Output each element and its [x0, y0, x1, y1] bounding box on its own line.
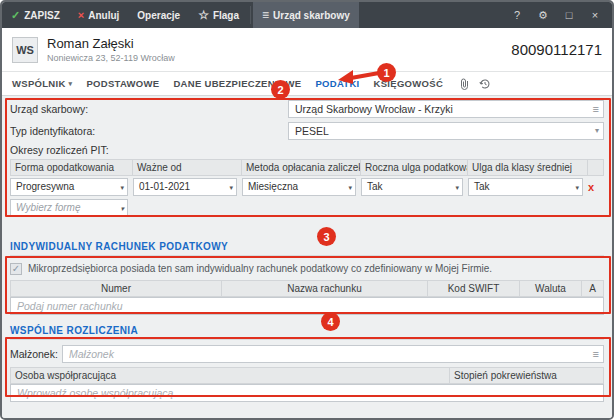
tab-podatki[interactable]: PODATKI	[315, 78, 359, 89]
id-type-select[interactable]: PESEL ▾	[288, 122, 604, 140]
pit-col-ulga-klasy: Ulga dla klasy średniej	[468, 159, 588, 176]
chevron-down-icon: ▾	[348, 180, 352, 196]
tax-office-field[interactable]: Urząd Skarbowy Wrocław - Krzyki ≡	[288, 100, 604, 118]
star-icon: ☆	[198, 9, 209, 21]
pit-header-filler	[588, 159, 604, 176]
spouse-field[interactable]: ≡	[62, 345, 604, 363]
operations-label: Operacje	[137, 10, 180, 21]
advance-method-select[interactable]: Miesięczna ▾	[242, 178, 356, 196]
middle-class-relief-select[interactable]: Tak ▾	[468, 178, 583, 196]
pit-table-header: Forma opodatkowania Ważne od Metoda opła…	[10, 159, 604, 176]
checkmark-icon: ✓	[12, 263, 20, 274]
pit-table-row: Progresywna ▾ 01-01-2021 ▾ Miesięczna ▾ …	[10, 178, 604, 196]
help-icon: ?	[514, 9, 520, 21]
podatki-panel: Urząd skarbowy: Urząd Skarbowy Wrocław -…	[2, 96, 612, 418]
micro-account-checkbox[interactable]: ✓	[10, 263, 22, 275]
flag-button[interactable]: ☆ Flaga	[189, 2, 248, 28]
joint-section-title: WSPÓLNE ROZLICZENIA	[10, 325, 604, 336]
operations-button[interactable]: Operacje	[128, 2, 189, 28]
taxation-form-select[interactable]: Progresywna ▾	[10, 178, 128, 196]
settings-button[interactable]: ⚙	[530, 2, 556, 28]
window-controls: ? ⚙ □ ×	[504, 2, 612, 28]
new-taxation-form-placeholder: Wybierz formę	[16, 202, 80, 213]
close-button[interactable]: ×	[582, 2, 608, 28]
person-header: WS Roman Załęski Noniewicza 23, 52-119 W…	[2, 28, 612, 72]
id-type-label: Typ identyfikatora:	[10, 122, 288, 140]
pit-col-forma: Forma opodatkowania	[10, 159, 133, 176]
account-section-title: INDYWIDUALNY RACHUNEK PODATKOWY	[10, 241, 604, 252]
middle-class-relief-value: Tak	[474, 181, 490, 192]
delete-row-button[interactable]: x	[588, 181, 594, 193]
tax-office-value: Urząd Skarbowy Wrocław - Krzyki	[295, 103, 453, 115]
titlebar: ✓ ZAPISZ × Anuluj Operacje ☆ Flaga ≡ Urz…	[2, 2, 612, 28]
person-identity: Roman Załęski Noniewicza 23, 52-119 Wroc…	[47, 36, 175, 63]
micro-account-checkbox-label: Mikroprzedsiębiorca posiada ten sam indy…	[28, 263, 492, 274]
tab-ksiegowosc-label: KSIĘGOWOŚĆ	[374, 78, 444, 89]
tab-bar: WSPÓLNIK ▾ PODSTAWOWE DANE UBEZPIECZENIO…	[2, 72, 612, 96]
close-icon: ×	[592, 9, 598, 21]
cancel-x-icon: ×	[78, 10, 84, 21]
spouse-input[interactable]	[63, 346, 603, 362]
spouse-row: Małżonek: ≡	[10, 345, 604, 363]
chevron-down-icon: ▾	[595, 123, 599, 139]
chevron-down-icon: ▾	[229, 180, 233, 196]
chevron-down-icon: ▾	[69, 80, 73, 88]
tab-podstawowe-label: PODSTAWOWE	[86, 78, 159, 89]
section-divider	[10, 339, 604, 340]
pit-col-wazne-od: Ważne od	[133, 159, 242, 176]
cancel-button[interactable]: × Anuluj	[69, 2, 129, 28]
chevron-down-icon: ▾	[120, 180, 124, 196]
account-col-waluta: Waluta	[520, 280, 582, 297]
tab-ksiegowosc[interactable]: KSIĘGOWOŚĆ	[374, 78, 444, 89]
list-picker-icon[interactable]: ≡	[593, 346, 599, 362]
paperclip-icon[interactable]	[459, 78, 470, 90]
toolbar: ✓ ZAPISZ × Anuluj Operacje ☆ Flaga ≡ Urz…	[2, 2, 359, 28]
account-col-nazwa: Nazwa rachunku	[222, 280, 428, 297]
avatar: WS	[12, 37, 38, 63]
advance-method-value: Miesięczna	[248, 181, 298, 192]
account-col-swift: Kod SWIFT	[428, 280, 520, 297]
spouse-label: Małżonek:	[10, 345, 62, 363]
tax-office-label: Urząd skarbowy:	[10, 100, 288, 118]
toolbar-separator	[250, 6, 251, 24]
history-icon[interactable]	[479, 78, 491, 90]
valid-from-value: 01-01-2021	[139, 181, 190, 192]
tax-office-toolbar-button[interactable]: ≡ Urząd skarbowy	[253, 2, 359, 28]
tab-dane-label: DANE UBEZPIECZENIOWE	[173, 78, 301, 89]
pit-col-roczna-ulga: Roczna ulga podatkowa	[361, 159, 468, 176]
tab-podstawowe[interactable]: PODSTAWOWE	[86, 78, 159, 89]
tab-wspolnik-label: WSPÓLNIK	[12, 78, 66, 89]
menu-icon: ≡	[262, 9, 269, 21]
pit-col-metoda: Metoda opłacania zaliczek	[242, 159, 361, 176]
tab-wspolnik[interactable]: WSPÓLNIK ▾	[12, 78, 72, 89]
person-address: Noniewicza 23, 52-119 Wrocław	[47, 53, 175, 63]
cancel-label: Anuluj	[88, 10, 119, 21]
tax-office-toolbar-label: Urząd skarbowy	[273, 10, 350, 21]
list-picker-icon[interactable]: ≡	[593, 101, 599, 117]
tab-dane-ubezpieczeniowe[interactable]: DANE UBEZPIECZENIOWE	[173, 78, 301, 89]
pit-periods-label: Okresy rozliczeń PIT:	[10, 144, 604, 157]
check-icon: ✓	[11, 10, 20, 21]
flag-label: Flaga	[213, 10, 239, 21]
help-button[interactable]: ?	[504, 2, 530, 28]
account-number-input[interactable]	[10, 297, 604, 315]
tab-podatki-label: PODATKI	[315, 78, 359, 89]
valid-from-select[interactable]: 01-01-2021 ▾	[133, 178, 237, 196]
coop-person-input[interactable]	[10, 384, 604, 402]
chevron-down-icon: ▾	[455, 180, 459, 196]
save-button[interactable]: ✓ ZAPISZ	[2, 2, 69, 28]
coop-col-osoba: Osoba współpracująca	[10, 367, 450, 384]
maximize-button[interactable]: □	[556, 2, 582, 28]
person-id-number: 80090112171	[511, 41, 602, 58]
gear-icon: ⚙	[538, 9, 548, 21]
maximize-icon: □	[566, 9, 573, 21]
id-type-value: PESEL	[295, 125, 329, 137]
new-taxation-form-select[interactable]: Wybierz formę ▾	[10, 199, 128, 217]
chevron-down-icon: ▾	[120, 201, 124, 217]
annual-relief-value: Tak	[367, 181, 383, 192]
section-divider	[10, 255, 604, 256]
annual-relief-select[interactable]: Tak ▾	[361, 178, 463, 196]
account-table-header: Numer Nazwa rachunku Kod SWIFT Waluta A	[10, 280, 604, 297]
coop-col-stopien: Stopień pokrewieństwa	[450, 367, 604, 384]
app-window: ✓ ZAPISZ × Anuluj Operacje ☆ Flaga ≡ Urz…	[0, 0, 614, 420]
